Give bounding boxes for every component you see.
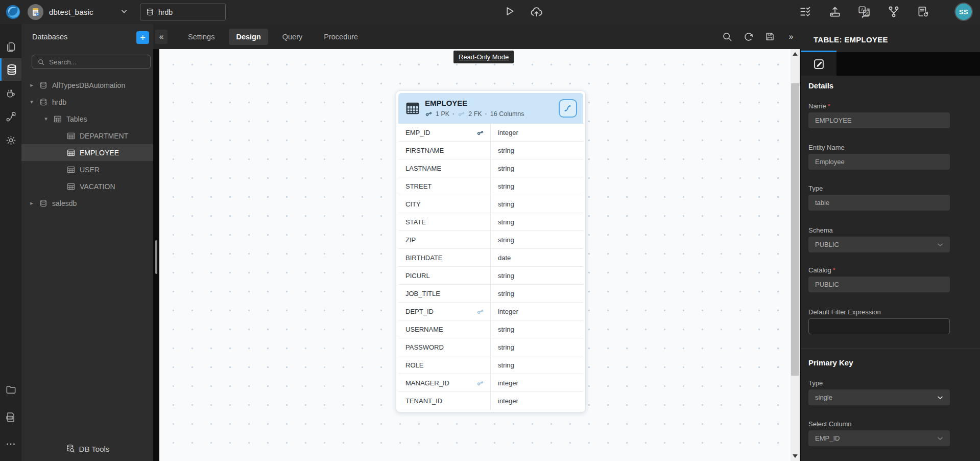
tree-item-label: USER <box>80 166 100 174</box>
canvas-scrollbar[interactable] <box>791 49 800 461</box>
entity-column-row[interactable]: CITY string <box>398 195 583 213</box>
save-icon[interactable] <box>764 31 775 42</box>
rail-files-button[interactable] <box>0 378 21 401</box>
refresh-icon[interactable] <box>743 31 754 42</box>
tree-toggle-icon[interactable] <box>29 99 35 105</box>
view-tab[interactable]: Settings <box>181 29 222 45</box>
translate-button[interactable]: A文 <box>857 5 871 18</box>
project-name[interactable]: dbtest_basic <box>49 0 93 24</box>
project-avatar[interactable] <box>28 4 43 20</box>
tree-item[interactable]: USER <box>21 161 153 178</box>
search-icon[interactable] <box>722 31 733 42</box>
sidebar-scrollbar[interactable] <box>153 49 159 461</box>
entity-name-field[interactable] <box>808 154 950 170</box>
project-chevron-down-icon[interactable] <box>119 6 129 16</box>
entity-column-row[interactable]: EMP_ID integer <box>398 124 583 142</box>
run-button[interactable] <box>503 5 516 18</box>
column-name-cell: PICURL <box>398 267 490 284</box>
entity-column-row[interactable]: STREET string <box>398 177 583 195</box>
column-name: MANAGER_ID <box>405 379 449 387</box>
schema-select[interactable]: PUBLIC <box>808 237 950 252</box>
tree-item[interactable]: Tables <box>21 110 153 127</box>
entity-column-row[interactable]: ZIP string <box>398 231 583 249</box>
tree-item[interactable]: VACATION <box>21 178 153 195</box>
column-name-cell: USERNAME <box>398 320 490 338</box>
select-column-select[interactable]: EMP_ID <box>808 430 950 446</box>
column-type: string <box>498 147 514 154</box>
tree-item[interactable]: DEPARTMENT <box>21 127 153 144</box>
rail-logs-button[interactable]: LOG <box>0 406 21 428</box>
branch-share-button[interactable] <box>887 5 900 18</box>
db-tools-button[interactable]: DB Tools <box>21 444 153 454</box>
entity-column-row[interactable]: LASTNAME string <box>398 159 583 177</box>
entity-column-row[interactable]: MANAGER_ID integer <box>398 374 583 392</box>
pk-type-select[interactable]: single <box>808 389 950 405</box>
column-name-cell: BIRTHDATE <box>398 249 490 266</box>
expand-panel-button[interactable]: » <box>784 30 798 44</box>
tree-toggle-icon[interactable] <box>43 116 49 122</box>
task-list-button[interactable] <box>799 5 812 18</box>
entity-column-row[interactable]: BIRTHDATE date <box>398 249 583 267</box>
database-icon <box>39 199 48 208</box>
column-type-cell: string <box>490 285 583 302</box>
column-type: string <box>498 343 514 351</box>
canvas-scrollbar-thumb[interactable] <box>791 83 799 376</box>
entity-column-row[interactable]: DEPT_ID integer <box>398 303 583 320</box>
add-database-button[interactable]: + <box>136 31 149 44</box>
name-field[interactable] <box>808 112 950 128</box>
details-heading: Details <box>808 81 833 90</box>
view-tab[interactable]: Design <box>229 29 268 45</box>
search-input[interactable] <box>49 58 136 66</box>
type-field[interactable] <box>808 195 950 211</box>
entity-column-row[interactable]: USERNAME string <box>398 320 583 338</box>
open-db-tab[interactable]: hrdb <box>140 4 226 20</box>
diagram-canvas[interactable]: Read-Only Mode EMPLOYEE 1 PK · 2 FK · 16… <box>159 49 791 461</box>
column-type: string <box>498 272 514 280</box>
entity-column-row[interactable]: JOB_TITLE string <box>398 285 583 303</box>
tree-item[interactable]: AllTypesDBAutomation <box>21 77 153 94</box>
changelog-sync-button[interactable] <box>916 5 929 18</box>
name-label: Name* <box>808 102 830 110</box>
tree-item[interactable]: EMPLOYEE <box>21 144 153 161</box>
user-avatar[interactable]: SS <box>954 3 973 21</box>
rail-pages-button[interactable] <box>0 35 21 58</box>
entity-column-row[interactable]: STATE string <box>398 213 583 231</box>
column-type-cell: string <box>490 320 583 338</box>
entity-column-row[interactable]: PICURL string <box>398 267 583 285</box>
edit-tab[interactable] <box>801 52 836 76</box>
view-tab[interactable]: Query <box>275 29 310 45</box>
scroll-up-icon[interactable] <box>793 52 798 56</box>
entity-columns: EMP_ID integer FIRSTNAME <box>398 124 583 410</box>
tree-toggle-icon[interactable] <box>29 82 35 88</box>
db-tools-label: DB Tools <box>79 445 110 453</box>
column-name-cell: FIRSTNAME <box>398 142 490 159</box>
rail-java-button[interactable] <box>0 82 21 104</box>
tree-item[interactable]: salesdb <box>21 195 153 212</box>
cloud-upload-button[interactable] <box>530 5 543 18</box>
view-tab[interactable]: Procedure <box>317 29 365 45</box>
scroll-down-icon[interactable] <box>793 454 798 458</box>
table-icon <box>66 131 76 141</box>
relationships-button[interactable] <box>559 99 577 118</box>
collapse-sidebar-button[interactable]: « <box>155 30 168 44</box>
entity-card-employee[interactable]: EMPLOYEE 1 PK · 2 FK · 16 Columns <box>396 90 586 412</box>
default-filter-field[interactable] <box>808 318 950 334</box>
chevron-down-icon <box>936 434 944 443</box>
rail-databases-button[interactable] <box>0 58 21 81</box>
sidebar-scrollbar-thumb[interactable] <box>155 240 157 274</box>
rail-more-button[interactable] <box>0 433 21 455</box>
entity-header[interactable]: EMPLOYEE 1 PK · 2 FK · 16 Columns <box>398 93 583 124</box>
entity-column-row[interactable]: ROLE string <box>398 356 583 374</box>
tree-item-label: Tables <box>66 115 87 123</box>
view-tabs: Settings Design Query Procedure <box>181 24 365 49</box>
rail-settings-button[interactable] <box>0 129 21 151</box>
tree-toggle-icon[interactable] <box>29 200 35 206</box>
entity-column-row[interactable]: PASSWORD string <box>398 338 583 356</box>
entity-column-row[interactable]: TENANT_ID integer <box>398 392 583 410</box>
deploy-button[interactable] <box>828 5 842 18</box>
tree-item[interactable]: hrdb <box>21 94 153 110</box>
primary-key-heading: Primary Key <box>808 358 853 367</box>
entity-column-row[interactable]: FIRSTNAME string <box>398 142 583 159</box>
rail-connections-button[interactable] <box>0 105 21 128</box>
catalog-field[interactable] <box>808 276 950 292</box>
